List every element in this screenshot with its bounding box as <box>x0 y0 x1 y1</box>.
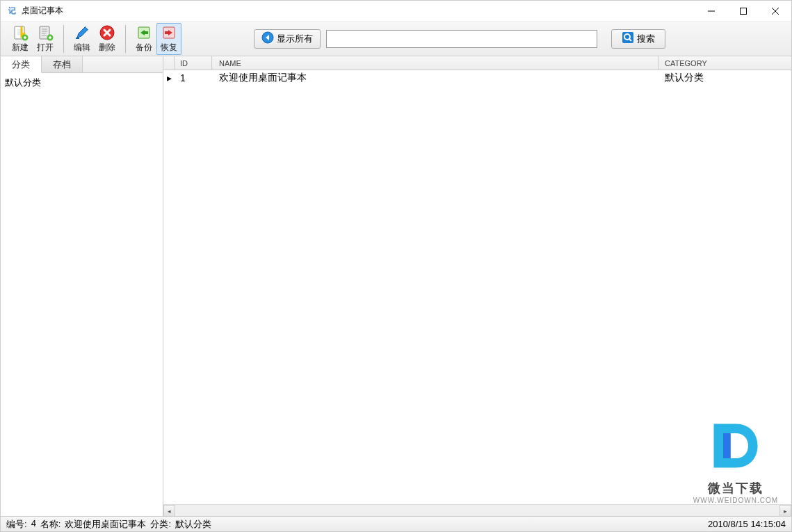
status-datetime: 2010/8/15 14:15:04 <box>708 519 786 529</box>
column-header-category[interactable]: CATEGORY <box>659 56 791 70</box>
backup-button[interactable]: 备份 <box>131 23 156 55</box>
show-all-label: 显示所有 <box>277 33 313 45</box>
status-id-value: 4 <box>31 518 36 531</box>
grid-header: ID NAME CATEGORY <box>163 56 791 70</box>
svg-rect-11 <box>145 31 148 34</box>
titlebar: 记 桌面记事本 <box>1 1 791 22</box>
tab-category[interactable]: 分类 <box>1 56 42 73</box>
toolbar-separator <box>125 25 126 53</box>
minimize-button[interactable] <box>695 1 727 22</box>
search-input[interactable] <box>326 30 597 48</box>
status-name-label: 名称: <box>40 518 61 531</box>
table-row[interactable]: ▸ 1 欢迎使用桌面记事本 默认分类 <box>163 70 791 86</box>
status-name-value: 欢迎使用桌面记事本 <box>65 518 146 531</box>
restore-icon <box>161 24 177 41</box>
svg-rect-1 <box>741 8 747 15</box>
delete-button[interactable]: 删除 <box>95 23 120 55</box>
window-title: 桌面记事本 <box>22 5 695 17</box>
search-label: 搜索 <box>637 33 655 45</box>
statusbar: 编号: 4 名称: 欢迎使用桌面记事本 分类: 默认分类 2010/8/15 1… <box>1 516 791 531</box>
toolbar: 新建 打开 编辑 删除 <box>1 22 791 56</box>
cell-category: 默认分类 <box>659 72 791 84</box>
close-button[interactable] <box>759 1 791 22</box>
grid-body[interactable]: ▸ 1 欢迎使用桌面记事本 默认分类 <box>163 70 791 504</box>
svg-rect-8 <box>76 38 79 39</box>
open-button[interactable]: 打开 <box>33 23 58 55</box>
search-icon <box>622 31 634 46</box>
open-label: 打开 <box>37 42 54 54</box>
scroll-left-icon[interactable]: ◂ <box>163 505 175 516</box>
new-icon <box>12 24 29 41</box>
restore-button[interactable]: 恢复 <box>156 23 181 55</box>
svg-rect-13 <box>165 31 168 34</box>
cell-name: 欢迎使用桌面记事本 <box>212 72 659 84</box>
backup-label: 备份 <box>136 42 152 54</box>
edit-icon <box>74 24 90 41</box>
column-header-id[interactable]: ID <box>175 56 212 70</box>
toolbar-separator <box>63 25 64 53</box>
new-button[interactable]: 新建 <box>8 23 33 55</box>
right-panel: ID NAME CATEGORY ▸ 1 欢迎使用桌面记事本 默认分类 ◂ ▸ <box>163 56 791 516</box>
cell-id: 1 <box>175 72 212 83</box>
status-cat-value: 默认分类 <box>175 518 211 531</box>
status-id-label: 编号: <box>6 518 27 531</box>
left-panel: 分类 存档 默认分类 <box>1 56 163 516</box>
edit-label: 编辑 <box>74 42 90 54</box>
open-icon <box>37 24 54 41</box>
scroll-right-icon[interactable]: ▸ <box>779 505 791 516</box>
row-selector-header[interactable] <box>163 56 175 70</box>
category-tree[interactable]: 默认分类 <box>1 73 163 516</box>
back-arrow-icon <box>261 31 274 46</box>
column-header-name[interactable]: NAME <box>212 56 659 70</box>
tab-archive[interactable]: 存档 <box>42 56 83 72</box>
status-cat-label: 分类: <box>150 518 171 531</box>
horizontal-scrollbar[interactable]: ◂ ▸ <box>163 504 791 516</box>
backup-icon <box>136 24 152 41</box>
app-icon: 记 <box>6 6 17 17</box>
row-indicator-icon: ▸ <box>163 72 175 83</box>
tree-item-default[interactable]: 默认分类 <box>5 76 159 90</box>
restore-label: 恢复 <box>161 42 177 54</box>
new-label: 新建 <box>12 42 29 54</box>
show-all-button[interactable]: 显示所有 <box>254 29 321 49</box>
edit-button[interactable]: 编辑 <box>70 23 95 55</box>
search-button[interactable]: 搜索 <box>611 29 665 49</box>
delete-label: 删除 <box>99 42 115 54</box>
maximize-button[interactable] <box>727 1 759 22</box>
delete-icon <box>99 24 115 41</box>
